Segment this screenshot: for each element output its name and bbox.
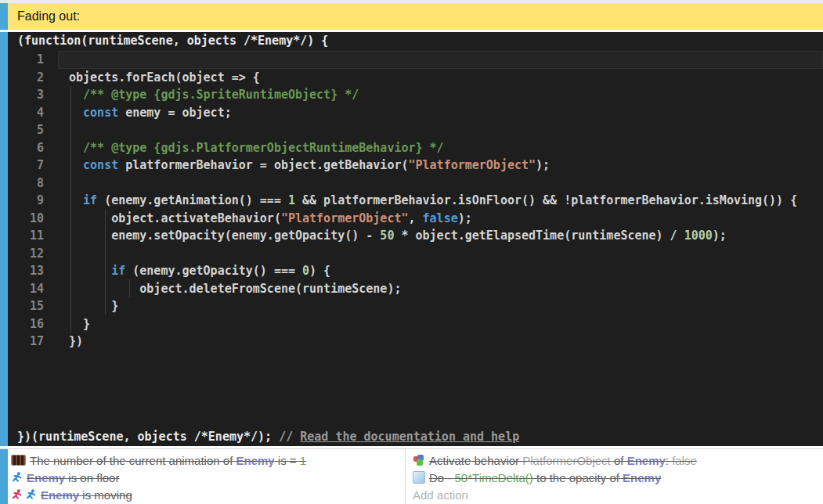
conditions-column[interactable]: The number of the current animation of E… [8,449,405,504]
code-line-content: }) [44,333,83,351]
code-line-content: /** @type {gdjs.SpriteRuntimeObject} */ [44,86,359,104]
code-line: 4 const enemy = object; [8,104,823,122]
code-line-content: object.deleteFromScene(runtimeScene); [44,280,401,298]
code-line: 14 object.deleteFromScene(runtimeScene); [8,280,823,298]
line-number: 12 [8,245,44,263]
line-number: 14 [8,280,44,298]
action-text: Do - 50*TimeDelta() to the opacity of En… [429,471,661,484]
code-line: 16 } [8,315,823,333]
code-line: 13 if (enemy.getOpacity() === 0) { [8,262,823,280]
line-number: 9 [8,192,44,210]
js-code-event[interactable]: (function(runtimeScene, objects /*Enemy*… [0,32,823,446]
code-line: 11 enemy.setOpacity(enemy.getOpacity() -… [8,227,823,245]
code-line: 3 /** @type {gdjs.SpriteRuntimeObject} *… [8,86,823,104]
actions-column[interactable]: Activate behavior PlatformerObject of En… [406,449,823,504]
line-number: 3 [8,86,44,104]
code-line: 15 } [8,297,823,315]
code-line-content: if (enemy.getAnimation() === 1 && platfo… [44,192,797,210]
code-line-content: if (enemy.getOpacity() === 0) { [44,262,330,280]
code-line-content [44,51,69,69]
footer-comment-slashes: // [279,430,300,444]
platformer-icon [25,488,37,501]
code-line: 6 /** @type {gdjs.PlatformerObjectRuntim… [8,139,823,157]
condition-row[interactable]: Enemy is moving [8,486,405,503]
add-action-button[interactable]: Add action [410,486,823,503]
invert-icon [11,488,23,501]
line-number: 15 [8,297,44,315]
code-line-content: enemy.setOpacity(enemy.getOpacity() - 50… [44,227,727,245]
line-number: 7 [8,157,44,175]
code-editor-lines[interactable]: 12objects.forEach(object => {3 /** @type… [8,49,823,427]
code-line-content: } [44,315,90,333]
code-line: 2objects.forEach(object => { [8,69,823,87]
line-number: 4 [8,104,44,122]
line-number: 11 [8,227,44,245]
footer-code-text: })(runtimeScene, objects /*Enemy*/); [17,430,279,444]
event-accent-bar [0,32,8,446]
line-number: 16 [8,315,44,333]
action-row[interactable]: Activate behavior PlatformerObject of En… [410,452,823,469]
line-number: 8 [8,175,44,193]
action-text: Activate behavior PlatformerObject of En… [429,454,697,467]
condition-row[interactable]: The number of the current animation of E… [8,452,405,469]
condition-text: Enemy is on floor [27,471,119,484]
comment-event[interactable]: Fading out: [0,3,823,30]
opacity-icon [413,471,425,484]
code-line-content [44,121,69,139]
condition-text: Enemy is moving [41,488,132,502]
code-line-content: const platformerBehavior = object.getBeh… [44,157,550,175]
line-number: 6 [8,139,44,157]
code-line-content: objects.forEach(object => { [44,69,260,87]
condition-text: The number of the current animation of E… [30,454,306,467]
line-number: 1 [8,51,44,69]
platformer-icon [11,471,23,484]
code-line: 1 [8,51,823,69]
code-editor[interactable]: (function(runtimeScene, objects /*Enemy*… [8,32,823,446]
code-line-content: } [44,297,118,315]
code-line: 8 [8,175,823,193]
documentation-link[interactable]: Read the documentation and help [300,430,519,444]
condition-row[interactable]: Enemy is on floor [8,469,405,486]
line-number: 17 [8,333,44,351]
event-accent-bar [0,3,8,30]
line-number: 13 [8,262,44,280]
event-accent-bar [0,449,8,504]
code-line-content: const enemy = object; [44,104,232,122]
code-line: 5 [8,121,823,139]
code-editor-header: (function(runtimeScene, objects /*Enemy*… [8,32,823,49]
line-number: 10 [8,210,44,228]
code-line: 10 object.activateBehavior("PlatformerOb… [8,210,823,228]
code-line-content: /** @type {gdjs.PlatformerObjectRuntimeB… [44,139,444,157]
code-line: 17}) [8,333,823,351]
comment-event-body[interactable]: Fading out: [8,3,823,30]
behavior-icon [413,454,425,466]
code-line-content: object.activateBehavior("PlatformerObjec… [44,210,472,228]
code-line: 9 if (enemy.getAnimation() === 1 && plat… [8,192,823,210]
line-number: 2 [8,69,44,87]
code-line: 7 const platformerBehavior = object.getB… [8,157,823,175]
standard-event[interactable]: The number of the current animation of E… [0,448,823,504]
comment-event-text: Fading out: [8,9,80,23]
code-editor-footer: })(runtimeScene, objects /*Enemy*/); // … [8,427,823,446]
code-line-content [44,175,69,193]
code-line-content [44,245,69,263]
line-number: 5 [8,121,44,139]
action-row[interactable]: Do - 50*TimeDelta() to the opacity of En… [410,469,823,486]
code-line: 12 [8,245,823,263]
animation-icon [11,455,26,466]
